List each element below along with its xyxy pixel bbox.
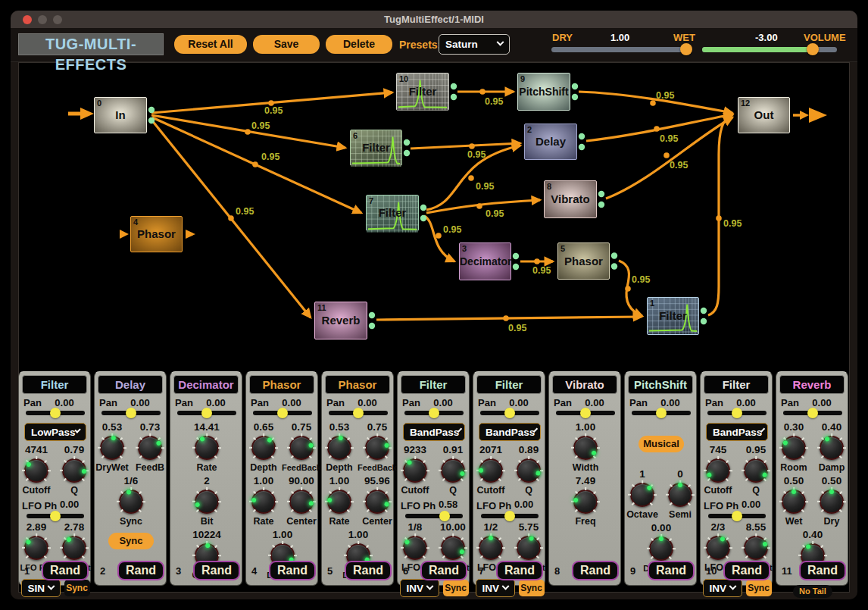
knob[interactable] bbox=[742, 533, 770, 562]
pan-slider[interactable] bbox=[556, 411, 615, 415]
node-phasor-5[interactable]: 5Phasor bbox=[557, 242, 610, 280]
knob[interactable] bbox=[571, 433, 600, 462]
pan-slider-thumb[interactable] bbox=[353, 408, 364, 418]
sync-button[interactable]: Sync bbox=[64, 580, 90, 596]
knob[interactable] bbox=[514, 456, 543, 485]
pan-slider-thumb[interactable] bbox=[201, 408, 212, 418]
pan-slider-thumb[interactable] bbox=[277, 408, 288, 418]
node-vibrato-8[interactable]: 8Vibrato bbox=[544, 180, 597, 218]
rand-button[interactable]: Rand bbox=[648, 561, 695, 580]
lfo-phase-slider-thumb[interactable] bbox=[50, 511, 61, 521]
pan-slider[interactable] bbox=[177, 411, 236, 415]
knob[interactable] bbox=[628, 480, 657, 509]
knob[interactable] bbox=[817, 487, 846, 516]
node-phasor-4[interactable]: 4Phasor bbox=[130, 216, 183, 252]
knob[interactable] bbox=[476, 456, 505, 485]
knob[interactable] bbox=[98, 433, 126, 462]
pan-slider[interactable] bbox=[404, 411, 464, 415]
preset-dropdown[interactable]: Saturn bbox=[439, 34, 510, 55]
knob[interactable] bbox=[325, 433, 354, 462]
pan-slider[interactable] bbox=[783, 411, 842, 415]
pan-slider[interactable] bbox=[101, 411, 161, 415]
sync-button[interactable]: Sync bbox=[746, 580, 772, 596]
node-filter-1[interactable]: 1Filter bbox=[647, 297, 699, 335]
save-button[interactable]: Save bbox=[253, 35, 320, 54]
delete-button[interactable]: Delete bbox=[326, 35, 392, 54]
node-reverb-11[interactable]: 11Reverb bbox=[314, 302, 367, 339]
no-tail-button[interactable]: No Tail bbox=[793, 585, 832, 598]
lfo-phase-slider[interactable] bbox=[27, 514, 84, 518]
dropdown-bandpass[interactable]: BandPass bbox=[479, 423, 541, 441]
sync-button[interactable]: Sync bbox=[108, 533, 154, 549]
knob[interactable] bbox=[666, 480, 695, 509]
volume-slider[interactable] bbox=[702, 47, 837, 52]
volume-slider-thumb[interactable] bbox=[807, 43, 819, 55]
dropdown-lowpass[interactable]: LowPass bbox=[24, 423, 86, 441]
knob[interactable] bbox=[401, 533, 429, 562]
lfo-phase-slider[interactable] bbox=[405, 514, 463, 518]
knob[interactable] bbox=[571, 487, 600, 516]
knob[interactable] bbox=[287, 487, 316, 516]
rand-button[interactable]: Rand bbox=[117, 561, 164, 580]
knob[interactable] bbox=[439, 533, 467, 562]
pan-slider[interactable] bbox=[707, 411, 767, 415]
knob[interactable] bbox=[704, 533, 732, 562]
node-filter-6[interactable]: 6Filter bbox=[350, 130, 402, 166]
knob[interactable] bbox=[514, 533, 543, 562]
node-decimator-3[interactable]: 3Decimator bbox=[459, 242, 511, 280]
node-out-12[interactable]: 12Out bbox=[738, 97, 790, 133]
lfo-phase-slider-thumb[interactable] bbox=[732, 511, 742, 521]
knob[interactable] bbox=[117, 487, 145, 516]
knob[interactable] bbox=[325, 487, 354, 516]
knob[interactable] bbox=[60, 533, 89, 562]
knob[interactable] bbox=[363, 487, 392, 516]
musical-button[interactable]: Musical bbox=[639, 436, 684, 452]
knob[interactable] bbox=[779, 487, 808, 516]
knob[interactable] bbox=[817, 433, 846, 462]
pan-slider[interactable] bbox=[26, 411, 85, 415]
node-filter-7[interactable]: 7Filter bbox=[366, 195, 419, 231]
knob[interactable] bbox=[287, 433, 316, 462]
pan-slider[interactable] bbox=[329, 411, 388, 415]
pan-slider[interactable] bbox=[253, 411, 312, 415]
sync-button[interactable]: Sync bbox=[443, 580, 469, 596]
node-delay-2[interactable]: 2Delay bbox=[524, 124, 577, 160]
knob[interactable] bbox=[704, 456, 732, 485]
lfo-phase-slider[interactable] bbox=[708, 514, 766, 518]
knob[interactable] bbox=[22, 456, 51, 485]
rand-button[interactable]: Rand bbox=[193, 561, 240, 580]
rand-button[interactable]: Rand bbox=[799, 561, 846, 580]
dropdown-bandpass[interactable]: BandPass bbox=[706, 423, 768, 441]
rand-button[interactable]: Rand bbox=[572, 561, 619, 580]
lfo-phase-slider-thumb[interactable] bbox=[504, 511, 515, 521]
pan-slider-thumb[interactable] bbox=[807, 408, 818, 418]
dropdown-bandpass[interactable]: BandPass bbox=[403, 423, 465, 441]
rand-button[interactable]: Rand bbox=[420, 561, 467, 580]
rand-button[interactable]: Rand bbox=[723, 561, 770, 580]
knob[interactable] bbox=[22, 533, 51, 562]
knob[interactable] bbox=[192, 487, 221, 516]
rand-button[interactable]: Rand bbox=[269, 561, 316, 580]
knob[interactable] bbox=[249, 433, 278, 462]
reset-all-button[interactable]: Reset All bbox=[174, 35, 247, 54]
drywet-slider[interactable] bbox=[551, 47, 691, 52]
rand-button[interactable]: Rand bbox=[345, 561, 392, 580]
knob[interactable] bbox=[249, 487, 278, 516]
pan-slider[interactable] bbox=[480, 411, 539, 415]
pan-slider-thumb[interactable] bbox=[732, 408, 742, 418]
pan-slider-thumb[interactable] bbox=[429, 408, 439, 418]
node-in-0[interactable]: 0In bbox=[94, 97, 147, 133]
pan-slider-thumb[interactable] bbox=[126, 408, 136, 418]
knob[interactable] bbox=[401, 456, 429, 485]
pan-slider-thumb[interactable] bbox=[504, 408, 515, 418]
pan-slider-thumb[interactable] bbox=[50, 408, 61, 418]
pan-slider-thumb[interactable] bbox=[580, 408, 591, 418]
dropdown-inv[interactable]: INV bbox=[476, 579, 515, 597]
rand-button[interactable]: Rand bbox=[496, 561, 543, 580]
pan-slider[interactable] bbox=[632, 411, 691, 415]
knob[interactable] bbox=[363, 433, 392, 462]
dropdown-inv[interactable]: INV bbox=[703, 579, 742, 597]
knob[interactable] bbox=[192, 433, 221, 462]
knob[interactable] bbox=[742, 456, 770, 485]
lfo-phase-slider[interactable] bbox=[481, 514, 539, 518]
